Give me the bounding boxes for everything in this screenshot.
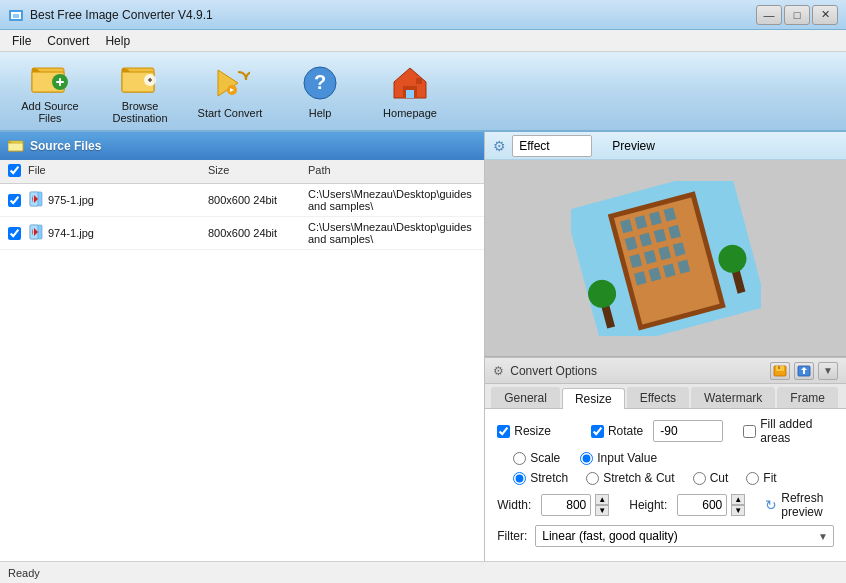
preview-label: Preview	[612, 139, 655, 153]
svg-rect-7	[59, 78, 61, 86]
file1-checkbox[interactable]	[8, 194, 21, 207]
col-size: Size	[204, 162, 304, 181]
stretch-cut-radio[interactable]	[586, 472, 599, 485]
stretch-row: Stretch Stretch & Cut Cut Fit	[497, 471, 834, 485]
cut-radio[interactable]	[693, 472, 706, 485]
browse-destination-icon	[120, 58, 160, 96]
svg-rect-51	[778, 366, 780, 369]
menu-help[interactable]: Help	[97, 32, 138, 50]
homepage-button[interactable]: Homepage	[370, 56, 450, 126]
col-file: File	[24, 162, 204, 181]
resize-checkbox-label[interactable]: Resize	[497, 424, 551, 438]
tab-effects[interactable]: Effects	[627, 387, 689, 408]
height-label: Height:	[629, 498, 667, 512]
source-header-icon	[8, 138, 24, 155]
row2-checkbox[interactable]	[4, 225, 24, 242]
rotate-select-container: -90 -45 0 45 90 180	[653, 420, 723, 442]
scale-radio-label[interactable]: Scale	[513, 451, 560, 465]
file-table-header: File Size Path	[0, 160, 484, 184]
stretch-cut-radio-label[interactable]: Stretch & Cut	[586, 471, 674, 485]
rotate-checkbox[interactable]	[591, 425, 604, 438]
convert-options-header: ⚙ Convert Options	[485, 358, 846, 384]
fit-radio[interactable]	[746, 472, 759, 485]
tab-watermark[interactable]: Watermark	[691, 387, 775, 408]
fill-checkbox[interactable]	[743, 425, 756, 438]
menu-convert[interactable]: Convert	[39, 32, 97, 50]
stretch-label: Stretch	[530, 471, 568, 485]
col-path: Path	[304, 162, 480, 181]
window-controls: — □ ✕	[756, 5, 838, 25]
width-up-button[interactable]: ▲	[595, 494, 609, 505]
width-input-group: ▲ ▼	[541, 494, 609, 516]
refresh-preview-button[interactable]: ↻ Refresh preview	[765, 491, 834, 519]
stretch-radio-label[interactable]: Stretch	[513, 471, 568, 485]
convert-options: ⚙ Convert Options	[485, 357, 846, 561]
file2-name: 974-1.jpg	[48, 227, 94, 239]
menu-file[interactable]: File	[4, 32, 39, 50]
refresh-icon: ↻	[765, 497, 777, 513]
row1-checkbox[interactable]	[4, 192, 24, 209]
rotate-select[interactable]: -90 -45 0 45 90 180	[653, 420, 723, 442]
tab-resize[interactable]: Resize	[562, 388, 625, 409]
main-area: Source Files File Size Path	[0, 132, 846, 561]
effect-dropdown[interactable]: Effect	[512, 135, 592, 157]
fit-label: Fit	[763, 471, 776, 485]
svg-rect-17	[406, 90, 414, 98]
table-row[interactable]: 974-1.jpg 800x600 24bit C:\Users\Mnezau\…	[0, 217, 484, 250]
convert-options-gear-icon: ⚙	[493, 364, 504, 378]
browse-destination-label: Browse Destination	[105, 100, 175, 124]
table-row[interactable]: 975-1.jpg 800x600 24bit C:\Users\Mnezau\…	[0, 184, 484, 217]
load-options-button[interactable]	[794, 362, 814, 380]
file2-checkbox[interactable]	[8, 227, 21, 240]
tabs: General Resize Effects Watermark Frame	[485, 384, 846, 409]
cut-radio-label[interactable]: Cut	[693, 471, 729, 485]
height-down-button[interactable]: ▼	[731, 505, 745, 516]
convert-options-title: Convert Options	[510, 364, 764, 378]
select-all-checkbox[interactable]	[8, 164, 21, 177]
options-content: Resize Rotate -90 -45 0 45 90 180	[485, 409, 846, 561]
scale-radio[interactable]	[513, 452, 526, 465]
stretch-radio[interactable]	[513, 472, 526, 485]
width-input[interactable]	[541, 494, 591, 516]
close-button[interactable]: ✕	[812, 5, 838, 25]
cut-label: Cut	[710, 471, 729, 485]
tab-general[interactable]: General	[491, 387, 560, 408]
fill-checkbox-label[interactable]: Fill added areas	[743, 417, 834, 445]
input-value-radio[interactable]	[580, 452, 593, 465]
file1-icon	[28, 191, 44, 210]
resize-label: Resize	[514, 424, 551, 438]
source-panel: Source Files File Size Path	[0, 132, 485, 561]
resize-checkbox[interactable]	[497, 425, 510, 438]
preview-image	[571, 181, 761, 336]
titlebar: Best Free Image Converter V4.9.1 — □ ✕	[0, 0, 846, 30]
minimize-button[interactable]: —	[756, 5, 782, 25]
help-button[interactable]: ? Help	[280, 56, 360, 126]
tab-frame[interactable]: Frame	[777, 387, 838, 408]
fit-radio-label[interactable]: Fit	[746, 471, 776, 485]
add-source-label: Add Source Files	[15, 100, 85, 124]
resize-rotate-row: Resize Rotate -90 -45 0 45 90 180	[497, 417, 834, 445]
maximize-button[interactable]: □	[784, 5, 810, 25]
svg-rect-2	[13, 14, 19, 18]
file2-icon	[28, 224, 44, 243]
options-menu-button[interactable]: ▼	[818, 362, 838, 380]
browse-destination-button[interactable]: Browse Destination	[100, 56, 180, 126]
row1-size: 800x600 24bit	[204, 192, 304, 208]
width-label: Width:	[497, 498, 531, 512]
width-down-button[interactable]: ▼	[595, 505, 609, 516]
filter-select[interactable]: Linear (fast, good quality) Nearest neig…	[535, 525, 834, 547]
input-value-radio-label[interactable]: Input Value	[580, 451, 657, 465]
height-input[interactable]	[677, 494, 727, 516]
rotate-label: Rotate	[608, 424, 643, 438]
svg-rect-20	[8, 143, 23, 151]
refresh-label: Refresh preview	[781, 491, 834, 519]
rotate-checkbox-label[interactable]: Rotate	[591, 424, 643, 438]
row2-path: C:\Users\Mnezau\Desktop\guides and sampl…	[304, 219, 480, 247]
scale-label: Scale	[530, 451, 560, 465]
start-convert-button[interactable]: Start Convert	[190, 56, 270, 126]
save-options-button[interactable]	[770, 362, 790, 380]
dimensions-row: Width: ▲ ▼ Height: ▲ ▼	[497, 491, 834, 519]
add-source-button[interactable]: Add Source Files	[10, 56, 90, 126]
add-source-icon	[30, 58, 70, 96]
height-up-button[interactable]: ▲	[731, 494, 745, 505]
